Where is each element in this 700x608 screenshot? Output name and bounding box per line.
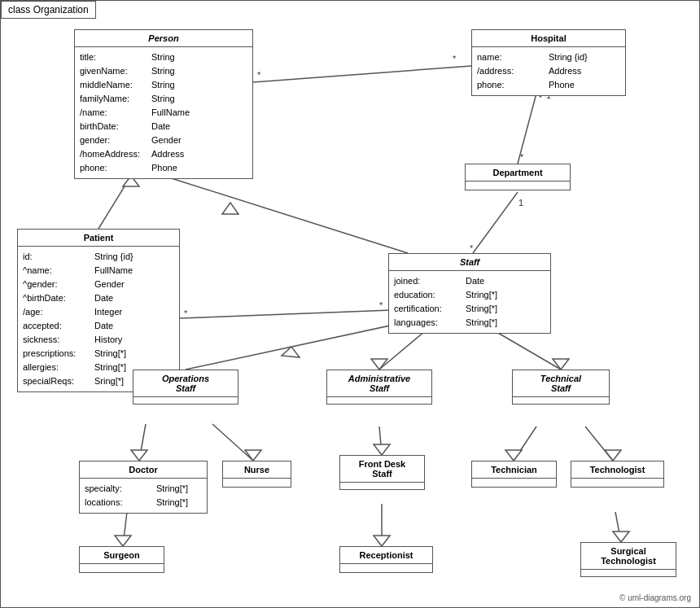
- svg-marker-34: [115, 536, 131, 546]
- class-front-desk: Front Desk Staff: [339, 455, 425, 490]
- class-staff-title: Staff: [389, 254, 550, 271]
- class-department-title: Department: [466, 164, 570, 182]
- copyright: © uml-diagrams.org: [619, 593, 691, 602]
- svg-text:*: *: [379, 300, 383, 310]
- class-staff-body: joined:Date education:String[*] certific…: [389, 271, 550, 333]
- svg-text:*: *: [470, 243, 474, 253]
- class-technologist-title: Technologist: [571, 461, 663, 479]
- class-receptionist: Receptionist: [339, 546, 433, 573]
- svg-text:*: *: [184, 308, 188, 318]
- class-surgical-tech: Surgical Technologist: [580, 542, 676, 577]
- class-person: Person title:String givenName:String mid…: [74, 29, 253, 179]
- class-doctor-title: Doctor: [80, 461, 207, 479]
- svg-line-33: [123, 512, 127, 546]
- svg-marker-24: [131, 450, 147, 461]
- svg-marker-36: [374, 536, 390, 546]
- class-technical-staff: Technical Staff: [512, 370, 610, 405]
- svg-text:1: 1: [518, 198, 523, 208]
- class-hospital: Hospital name:String {id} /address:Addre…: [471, 29, 626, 96]
- svg-text:*: *: [453, 54, 457, 63]
- class-front-desk-title: Front Desk Staff: [340, 456, 424, 483]
- svg-line-10: [98, 176, 131, 229]
- svg-text:*: *: [257, 70, 261, 80]
- class-admin-staff: Administrative Staff: [326, 370, 432, 405]
- class-staff: Staff joined:Date education:String[*] ce…: [388, 253, 551, 334]
- svg-line-7: [473, 192, 518, 253]
- class-surgical-tech-title: Surgical Technologist: [581, 543, 676, 570]
- svg-marker-13: [222, 203, 238, 214]
- svg-line-31: [585, 426, 613, 461]
- class-department: Department: [465, 164, 571, 190]
- class-technician-title: Technician: [472, 461, 556, 479]
- class-department-body: [466, 182, 570, 190]
- class-nurse: Nurse: [222, 461, 291, 488]
- svg-line-23: [139, 424, 146, 461]
- class-operations-staff: Operations Staff: [133, 370, 238, 405]
- class-patient: Patient id:String {id} ^name:FullName ^g…: [17, 229, 180, 392]
- class-hospital-title: Hospital: [472, 30, 625, 47]
- svg-line-27: [379, 426, 382, 455]
- class-doctor: Doctor specialty:String[*] locations:Str…: [79, 461, 208, 514]
- class-surgeon: Surgeon: [79, 546, 164, 573]
- class-technician: Technician: [471, 461, 557, 488]
- class-admin-title: Administrative Staff: [327, 370, 431, 397]
- svg-line-14: [180, 310, 392, 318]
- class-doctor-body: specialty:String[*] locations:String[*]: [80, 479, 207, 513]
- class-nurse-title: Nurse: [223, 461, 291, 479]
- svg-line-12: [164, 176, 408, 253]
- svg-marker-22: [553, 359, 569, 370]
- svg-text:*: *: [520, 152, 524, 162]
- class-ops-title: Operations Staff: [133, 370, 238, 397]
- svg-marker-28: [374, 444, 390, 455]
- class-person-body: title:String givenName:String middleName…: [75, 47, 252, 178]
- svg-line-37: [615, 512, 621, 542]
- class-technologist: Technologist: [571, 461, 664, 488]
- svg-line-29: [514, 426, 536, 461]
- svg-marker-32: [605, 450, 621, 461]
- class-tech-staff-title: Technical Staff: [513, 370, 609, 397]
- class-person-title: Person: [75, 30, 252, 47]
- svg-marker-20: [371, 359, 387, 370]
- class-hospital-body: name:String {id} /address:Address phone:…: [472, 47, 625, 95]
- svg-marker-18: [282, 347, 300, 357]
- diagram-title: class Organization: [1, 1, 96, 19]
- svg-marker-38: [613, 531, 629, 542]
- svg-marker-30: [505, 450, 522, 461]
- diagram-container: class Organization * * 1 * 1 * * *: [0, 0, 700, 608]
- svg-line-25: [212, 424, 253, 461]
- class-patient-title: Patient: [18, 230, 179, 247]
- svg-marker-26: [245, 450, 261, 461]
- svg-line-0: [253, 66, 471, 82]
- class-receptionist-title: Receptionist: [340, 547, 432, 564]
- class-surgeon-title: Surgeon: [80, 547, 164, 564]
